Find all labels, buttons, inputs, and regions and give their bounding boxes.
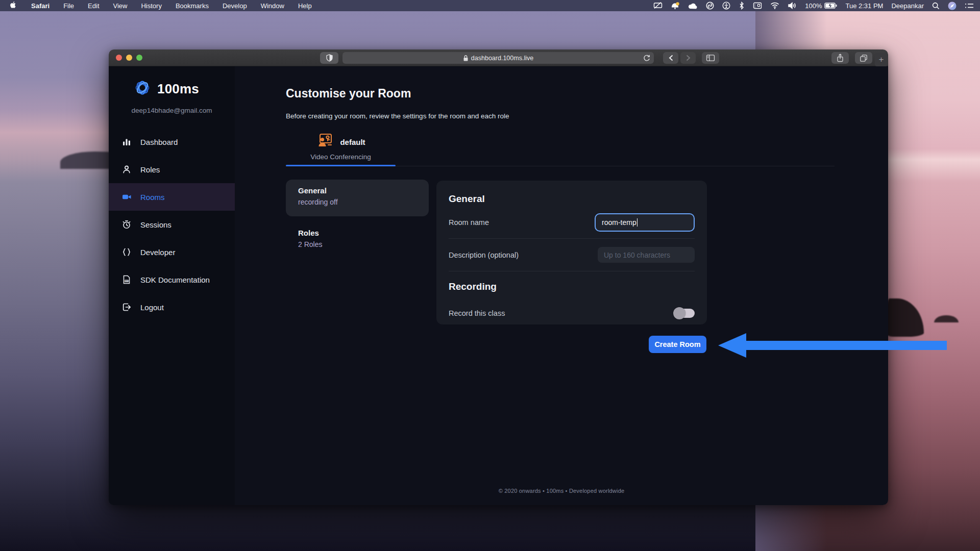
menu-item-safari[interactable]: Safari [31,2,50,10]
logout-icon [121,303,132,312]
main-content: Customise your Room Before creating your… [235,66,888,505]
sidebar-item-rooms[interactable]: Rooms [109,183,235,211]
shazam-icon[interactable] [706,2,714,10]
100ms-logo-icon [133,79,152,99]
menu-item-bookmarks[interactable]: Bookmarks [176,2,209,10]
tab-type: Video Conferencing [286,153,396,161]
tab-name: default [340,138,365,146]
keyboard-viewer-icon[interactable] [753,2,762,9]
sidebar-item-label: Logout [140,303,164,312]
screen-mirroring-icon[interactable] [653,2,663,9]
menu-item-develop[interactable]: Develop [223,2,247,10]
room-name-value: room-temp [602,218,636,227]
text-caret [637,218,638,227]
bluetooth-icon[interactable] [739,2,745,10]
record-class-label: Record this class [449,309,505,317]
toggle-knob [673,307,685,319]
sidebar-item-dashboard[interactable]: Dashboard [109,128,235,156]
sidebar-item-label: Sessions [140,220,172,229]
battery-icon [824,3,837,9]
menu-item-edit[interactable]: Edit [88,2,99,10]
zoom-window-button[interactable] [136,55,142,61]
window-edge-plus-button[interactable]: + [875,53,888,66]
video-conferencing-icon [316,133,333,151]
sidebar-item-sdk-documentation[interactable]: DOC SDK Documentation [109,266,235,293]
template-tab-default[interactable]: default Video Conferencing [286,132,396,166]
reload-icon[interactable] [643,54,650,62]
menu-bar: Safari File Edit View History Bookmarks … [0,0,980,11]
general-settings-panel: General Room name room-temp Description … [436,181,707,324]
sidebar-toggle-button[interactable] [702,52,719,64]
sidebar-item-sessions[interactable]: Sessions [109,211,235,238]
notification-badge-icon[interactable] [671,2,680,10]
braces-icon [121,247,132,257]
address-bar[interactable]: dashboard.100ms.live [342,52,654,64]
minimize-window-button[interactable] [126,55,132,61]
back-button[interactable] [663,52,678,64]
page-title: Customise your Room [286,87,411,101]
cloud-icon[interactable] [688,3,698,9]
notification-center-icon[interactable] [965,3,974,9]
brand-name: 100ms [157,81,199,97]
annotation-arrow [717,333,948,360]
sidebar-item-developer[interactable]: Developer [109,238,235,266]
menu-item-file[interactable]: File [63,2,74,10]
location-compass-icon[interactable] [948,2,957,10]
safari-window: dashboard.100ms.live + [109,49,888,505]
account-email: deep14bhade@gmail.com [109,107,235,114]
clock[interactable]: Tue 2:31 PM [845,2,883,10]
menu-item-help[interactable]: Help [298,2,312,10]
app-sidebar: 100ms deep14bhade@gmail.com Dashboard [109,66,235,505]
settings-nav-title: General [298,186,416,195]
apple-menu-icon[interactable] [10,2,17,10]
stopwatch-icon [121,220,132,229]
spotlight-search-icon[interactable] [932,2,940,10]
url-text: dashboard.100ms.live [471,55,533,62]
tabs-divider [286,166,835,166]
brand[interactable]: 100ms [133,79,199,99]
sidebar-item-label: SDK Documentation [140,276,210,284]
sidebar-item-label: Rooms [140,193,165,202]
volume-icon[interactable] [788,2,797,9]
room-name-input[interactable]: room-temp [595,213,695,232]
tab-overview-button[interactable] [855,52,872,64]
menu-item-window[interactable]: Window [261,2,284,10]
description-input[interactable]: Up to 160 characters [598,247,695,263]
settings-nav-roles[interactable]: Roles 2 Roles [286,216,436,248]
share-button[interactable] [831,52,849,64]
accessibility-icon[interactable] [722,2,730,10]
forward-button[interactable] [680,52,696,64]
settings-nav-title: Roles [298,229,424,237]
settings-nav: General recording off Roles 2 Roles [286,180,436,248]
sidebar-item-label: Dashboard [140,138,178,146]
privacy-report-button[interactable] [320,52,338,64]
sidebar-nav: Dashboard Roles Rooms [109,128,235,321]
wifi-icon[interactable] [770,2,779,9]
settings-nav-subtitle: 2 Roles [298,240,424,248]
video-camera-icon [121,192,132,202]
sidebar-item-label: Roles [140,165,160,174]
titlebar[interactable]: dashboard.100ms.live + [109,49,888,66]
plus-icon: + [879,55,884,65]
sidebar-item-logout[interactable]: Logout [109,293,235,321]
footer-text: © 2020 onwards • 100ms • Developed world… [235,488,888,494]
sidebar-item-label: Developer [140,248,175,257]
page-subtitle: Before creating your room, review the se… [286,112,509,120]
user-menu[interactable]: Deepankar [891,2,924,10]
menu-item-history[interactable]: History [141,2,161,10]
menu-item-view[interactable]: View [113,2,128,10]
lock-icon [463,55,469,62]
bar-chart-icon [121,137,132,146]
panel-heading-general: General [449,192,695,206]
create-room-button[interactable]: Create Room [649,336,706,353]
svg-text:DOC: DOC [125,280,129,282]
document-icon: DOC [121,275,132,284]
record-toggle[interactable] [673,307,695,319]
description-label: Description (optional) [449,251,519,259]
dashboard-page: 100ms deep14bhade@gmail.com Dashboard [109,66,888,505]
sidebar-item-roles[interactable]: Roles [109,156,235,183]
panel-heading-recording: Recording [449,271,695,302]
settings-nav-general[interactable]: General recording off [286,180,429,216]
close-window-button[interactable] [116,55,122,61]
description-placeholder: Up to 160 characters [604,251,670,259]
